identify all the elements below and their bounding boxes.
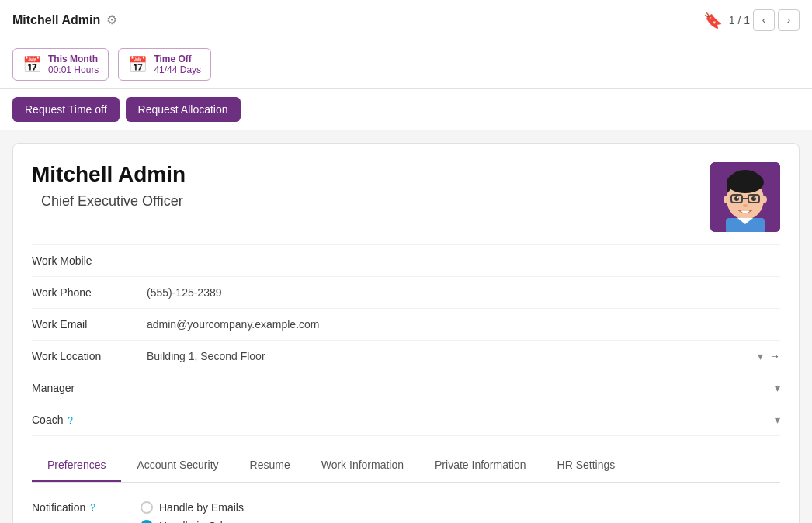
time-off-label: Time Off: [154, 54, 201, 64]
tab-account-security[interactable]: Account Security: [121, 449, 234, 482]
employee-info: Mitchell Admin Chief Executive Officer: [32, 162, 186, 210]
radio-handle-by-emails[interactable]: Handle by Emails: [141, 501, 244, 514]
svg-rect-3: [727, 182, 730, 192]
work-mobile-label: Work Mobile: [32, 255, 141, 267]
svg-point-14: [743, 204, 748, 207]
work-phone-row: Work Phone (555)-125-2389: [32, 277, 780, 309]
radio-label-emails: Handle by Emails: [159, 501, 244, 514]
this-month-stat[interactable]: 📅 This Month 00:01 Hours: [12, 48, 109, 81]
tabs-container: Preferences Account Security Resume Work…: [32, 449, 780, 482]
time-off-text: Time Off 41/44 Days: [154, 54, 201, 75]
request-time-off-button[interactable]: Request Time off: [12, 97, 120, 122]
work-email-value: admin@yourcompany.example.com: [141, 318, 780, 331]
work-mobile-row: Work Mobile: [32, 245, 780, 277]
bookmark-icon[interactable]: 🔖: [703, 11, 723, 29]
work-location-external-link-icon[interactable]: →: [769, 350, 780, 362]
next-record-button[interactable]: ›: [778, 9, 800, 31]
work-email-label: Work Email: [32, 318, 141, 331]
manager-label: Manager: [32, 382, 141, 394]
manager-actions: ▾: [775, 382, 780, 394]
avatar: [710, 162, 780, 232]
record-counter: 1 / 1: [729, 14, 750, 26]
work-location-row: Work Location Building 1, Second Floor ▾…: [32, 341, 780, 372]
preferences-tab-content: Notification ? Handle by Emails Handle i…: [32, 482, 780, 523]
svg-point-6: [761, 196, 767, 203]
tab-work-information[interactable]: Work Information: [306, 449, 419, 482]
top-bar-right: 🔖 1 / 1 ‹ ›: [703, 9, 800, 31]
notification-label: Notification ?: [32, 501, 141, 514]
employee-name: Mitchell Admin: [32, 162, 186, 187]
tab-resume[interactable]: Resume: [234, 449, 306, 482]
work-location-label: Work Location: [32, 350, 141, 362]
coach-dropdown-icon[interactable]: ▾: [775, 414, 780, 426]
time-off-stat[interactable]: 📅 Time Off 41/44 Days: [118, 48, 211, 81]
coach-label: Coach ?: [32, 414, 141, 426]
top-bar-left: Mitchell Admin ⚙: [12, 12, 117, 27]
svg-point-13: [755, 197, 756, 199]
radio-handle-in-odoo[interactable]: Handle in Odoo: [141, 520, 244, 523]
stats-bar: 📅 This Month 00:01 Hours 📅 Time Off 41/4…: [0, 40, 812, 89]
employee-card: Mitchell Admin Chief Executive Officer: [12, 143, 800, 523]
tab-hr-settings[interactable]: HR Settings: [542, 449, 631, 482]
this-month-value: 00:01 Hours: [48, 64, 99, 75]
work-email-row: Work Email admin@yourcompany.example.com: [32, 309, 780, 341]
gear-icon[interactable]: ⚙: [106, 12, 117, 27]
work-phone-value: (555)-125-2389: [141, 286, 780, 299]
tab-private-information[interactable]: Private Information: [419, 449, 542, 482]
svg-point-12: [737, 197, 739, 199]
action-bar: Request Time off Request Allocation: [0, 89, 812, 130]
calendar-icon: 📅: [23, 55, 42, 74]
coach-row: Coach ? ▾: [32, 404, 780, 436]
radio-circle-odoo: [141, 520, 153, 523]
work-location-dropdown-icon[interactable]: ▾: [758, 350, 763, 362]
tab-preferences[interactable]: Preferences: [32, 449, 121, 482]
work-location-value: Building 1, Second Floor: [141, 350, 758, 362]
manager-dropdown-icon[interactable]: ▾: [775, 382, 780, 394]
employee-header: Mitchell Admin Chief Executive Officer: [32, 162, 780, 232]
radio-circle-emails: [141, 501, 153, 514]
record-nav: 1 / 1 ‹ ›: [729, 9, 800, 31]
coach-actions: ▾: [775, 414, 780, 426]
info-grid: Work Mobile Work Phone (555)-125-2389 Wo…: [32, 244, 780, 436]
coach-help-icon[interactable]: ?: [68, 415, 73, 426]
time-off-value: 41/44 Days: [154, 64, 201, 75]
employee-job-title: Chief Executive Officer: [32, 193, 186, 210]
svg-point-5: [724, 196, 730, 203]
main-content: Mitchell Admin Chief Executive Officer: [0, 130, 812, 523]
work-phone-label: Work Phone: [32, 286, 141, 299]
notification-help-icon[interactable]: ?: [90, 502, 95, 513]
avatar-image: [710, 162, 780, 232]
this-month-text: This Month 00:01 Hours: [48, 54, 99, 75]
prev-record-button[interactable]: ‹: [753, 9, 775, 31]
page-title: Mitchell Admin: [12, 13, 100, 27]
radio-label-odoo: Handle in Odoo: [159, 520, 234, 523]
calendar2-icon: 📅: [128, 55, 147, 74]
request-allocation-button[interactable]: Request Allocation: [126, 97, 241, 122]
notification-row: Notification ? Handle by Emails Handle i…: [32, 495, 780, 523]
work-location-actions: ▾ →: [758, 350, 780, 362]
notification-radio-group: Handle by Emails Handle in Odoo: [141, 501, 244, 523]
this-month-label: This Month: [48, 54, 99, 64]
top-bar: Mitchell Admin ⚙ 🔖 1 / 1 ‹ ›: [0, 0, 812, 40]
manager-row: Manager ▾: [32, 372, 780, 404]
